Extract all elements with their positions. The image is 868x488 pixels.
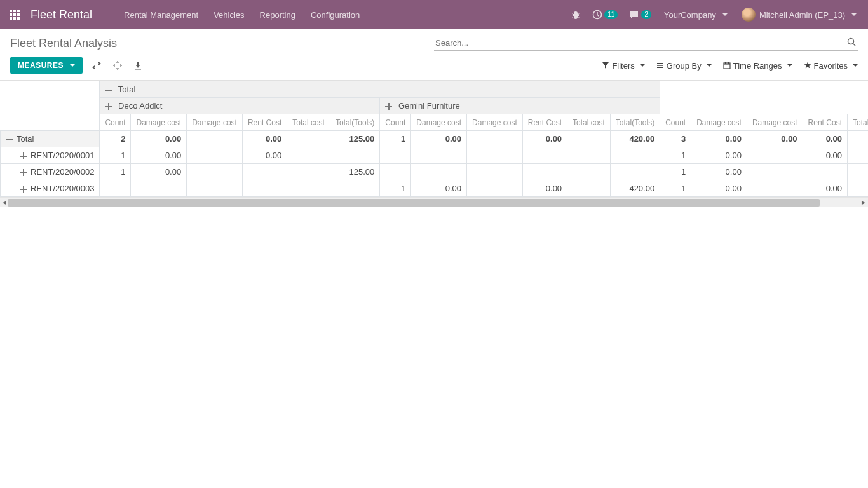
- expand-all-icon[interactable]: [113, 61, 122, 70]
- cp-top: Fleet Rental Analysis: [0, 29, 868, 53]
- cp-bottom: MEASURES Filters Group By: [0, 53, 868, 80]
- nav-menu-reporting[interactable]: Reporting: [254, 6, 302, 24]
- measures-label: MEASURES: [18, 61, 64, 70]
- cell: [287, 147, 330, 164]
- measure-header[interactable]: Rent Cost: [803, 114, 847, 131]
- measure-header[interactable]: Total cost: [847, 114, 868, 131]
- cell: [567, 147, 611, 164]
- measure-header[interactable]: Rent Cost: [242, 114, 287, 131]
- cell: 1: [660, 164, 691, 180]
- col-group-deco[interactable]: Deco Addict: [100, 98, 380, 114]
- cell: [380, 164, 411, 180]
- measure-header[interactable]: Damage cost: [467, 114, 523, 131]
- messaging-icon[interactable]: 2: [627, 7, 654, 22]
- measure-header[interactable]: Damage cost: [187, 114, 243, 131]
- cell: [131, 180, 187, 197]
- col-header-total[interactable]: Total: [100, 81, 660, 98]
- timeranges-menu[interactable]: Time Ranges: [723, 61, 792, 71]
- measure-header[interactable]: Total(Tools): [610, 114, 660, 131]
- measure-header[interactable]: Damage cost: [691, 114, 747, 131]
- nav-menu-vehicles[interactable]: Vehicles: [207, 6, 250, 24]
- star-icon: [804, 62, 811, 69]
- search-icon[interactable]: [846, 37, 857, 47]
- cell: 2: [100, 131, 131, 147]
- horizontal-scrollbar[interactable]: ◄ ►: [0, 197, 868, 207]
- measure-header[interactable]: Damage cost: [131, 114, 187, 131]
- search-options: Filters Group By Time Ranges Favorites: [602, 61, 858, 71]
- col-group-deco-label: Deco Addict: [118, 101, 162, 111]
- cell: 420.00: [610, 131, 660, 147]
- activity-icon[interactable]: 11: [590, 7, 620, 22]
- flip-axis-icon[interactable]: [92, 61, 102, 70]
- cell: [522, 164, 567, 180]
- row-header[interactable]: RENT/2020/0002: [1, 164, 100, 180]
- nav-menu: Rental Management Vehicles Reporting Con…: [118, 6, 366, 24]
- cell: 1: [660, 147, 691, 164]
- scroll-left-icon[interactable]: ◄: [1, 199, 8, 206]
- measures-button[interactable]: MEASURES: [10, 57, 83, 74]
- svg-rect-1: [13, 10, 16, 12]
- cell: [287, 164, 330, 180]
- row-header[interactable]: RENT/2020/0003: [1, 180, 100, 197]
- favorites-menu[interactable]: Favorites: [804, 61, 858, 71]
- row-header[interactable]: Total: [1, 131, 100, 147]
- caret-down-icon: [851, 13, 857, 16]
- cell: 0.00: [131, 131, 187, 147]
- download-icon[interactable]: [133, 61, 142, 70]
- measure-header[interactable]: Total cost: [567, 114, 611, 131]
- col-group-gemini[interactable]: Gemini Furniture: [380, 98, 660, 114]
- filters-menu[interactable]: Filters: [602, 61, 644, 71]
- company-name: YourCompany: [664, 10, 716, 20]
- measure-header[interactable]: Count: [380, 114, 411, 131]
- apps-icon[interactable]: [8, 8, 22, 22]
- measure-header[interactable]: Rent Cost: [522, 114, 567, 131]
- measure-header[interactable]: Damage cost: [411, 114, 467, 131]
- measure-header[interactable]: Count: [660, 114, 691, 131]
- measure-header[interactable]: Count: [100, 114, 131, 131]
- activity-badge: 11: [604, 10, 618, 19]
- filters-label: Filters: [612, 61, 634, 71]
- cell: [187, 180, 243, 197]
- cell: 0.00: [803, 180, 847, 197]
- svg-rect-4: [13, 13, 16, 16]
- nav-menu-configuration[interactable]: Configuration: [304, 6, 366, 24]
- control-panel: Fleet Rental Analysis MEASURES: [0, 29, 868, 81]
- cell: 1: [100, 147, 131, 164]
- nav-menu-rental-management[interactable]: Rental Management: [118, 6, 205, 24]
- cell: 0.00: [691, 180, 747, 197]
- caret-down-icon: [640, 64, 645, 67]
- scroll-right-icon[interactable]: ►: [860, 199, 867, 206]
- search-input[interactable]: [434, 36, 858, 50]
- cell: 0.00: [747, 131, 803, 147]
- groupby-menu[interactable]: Group By: [656, 61, 712, 71]
- row-label: RENT/2020/0001: [31, 151, 94, 160]
- collapse-icon: [6, 136, 13, 143]
- svg-line-11: [853, 44, 856, 46]
- row-header[interactable]: RENT/2020/0001: [1, 147, 100, 164]
- measure-header[interactable]: Total cost: [287, 114, 330, 131]
- svg-rect-12: [724, 63, 730, 69]
- svg-point-10: [848, 39, 854, 44]
- cell: 0.00: [131, 164, 187, 180]
- cell: 1: [100, 164, 131, 180]
- cell: 0.00: [803, 147, 847, 164]
- debug-icon[interactable]: [568, 7, 583, 22]
- expand-icon: [385, 103, 392, 110]
- company-switcher[interactable]: YourCompany: [660, 8, 731, 22]
- cell: [100, 180, 131, 197]
- scrollbar-thumb[interactable]: [8, 199, 820, 207]
- nav-right: 11 2 YourCompany Mitchell Admin (EP_13): [568, 5, 860, 24]
- user-menu[interactable]: Mitchell Admin (EP_13): [738, 5, 860, 24]
- measure-header[interactable]: Total(Tools): [330, 114, 379, 131]
- user-name: Mitchell Admin (EP_13): [759, 10, 845, 20]
- list-icon: [656, 62, 664, 69]
- cell: [567, 131, 611, 147]
- cell: 0.00: [411, 131, 467, 147]
- cell: [187, 164, 243, 180]
- col-group-gemini-label: Gemini Furniture: [398, 101, 460, 111]
- cell: 0.00: [847, 131, 868, 147]
- cell: [847, 164, 868, 180]
- measure-header[interactable]: Damage cost: [747, 114, 803, 131]
- expand-icon: [105, 103, 112, 110]
- brand-title[interactable]: Fleet Rental: [31, 8, 92, 22]
